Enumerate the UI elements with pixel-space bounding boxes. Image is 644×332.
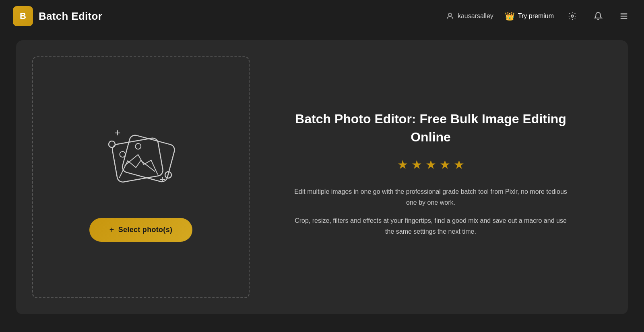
- user-icon: [446, 12, 454, 21]
- photo-illustration-svg: + +: [97, 115, 185, 200]
- svg-point-10: [135, 143, 142, 149]
- gear-icon: [568, 12, 577, 21]
- hamburger-icon: [619, 12, 628, 21]
- main-content: + +: [0, 32, 644, 330]
- menu-button[interactable]: [617, 9, 631, 23]
- images-illustration: + +: [97, 113, 185, 202]
- select-photos-button[interactable]: + Select photo(s): [89, 218, 193, 242]
- settings-button[interactable]: [565, 9, 580, 23]
- logo-box: B: [13, 6, 33, 26]
- try-premium-button[interactable]: 👑 Try premium: [505, 11, 554, 21]
- content-card: + +: [16, 40, 628, 314]
- bell-icon: [594, 12, 603, 21]
- crown-icon: 👑: [505, 11, 515, 21]
- star-5: ★: [454, 158, 464, 172]
- header-left: B Batch Editor: [13, 6, 102, 26]
- star-rating: ★ ★ ★ ★ ★: [397, 158, 464, 172]
- notifications-button[interactable]: [591, 9, 605, 23]
- description-2: Crop, resize, filters and effects at you…: [290, 215, 572, 237]
- svg-point-0: [448, 13, 451, 16]
- username: kausarsalley: [458, 12, 493, 20]
- premium-label: Try premium: [518, 12, 554, 20]
- star-1: ★: [397, 158, 408, 172]
- svg-rect-11: [111, 137, 164, 183]
- info-panel: Batch Photo Editor: Free Bulk Image Edit…: [250, 56, 612, 298]
- user-section[interactable]: kausarsalley: [446, 12, 493, 21]
- app-title: Batch Editor: [39, 10, 102, 23]
- select-photos-label: Select photo(s): [118, 226, 173, 234]
- svg-text:+: +: [114, 127, 120, 139]
- description-1: Edit multiple images in one go with the …: [290, 186, 572, 208]
- star-3: ★: [425, 158, 436, 172]
- svg-point-6: [109, 141, 115, 147]
- star-2: ★: [411, 158, 422, 172]
- svg-rect-9: [121, 134, 176, 183]
- upload-zone: + +: [32, 56, 250, 298]
- header-right: kausarsalley 👑 Try premium: [446, 9, 631, 23]
- svg-point-1: [571, 15, 574, 17]
- select-plus-icon: +: [109, 225, 114, 234]
- logo-letter: B: [20, 11, 26, 21]
- main-heading: Batch Photo Editor: Free Bulk Image Edit…: [290, 110, 572, 146]
- header: B Batch Editor kausarsalley 👑 Try premiu…: [0, 0, 644, 32]
- star-4: ★: [440, 158, 450, 172]
